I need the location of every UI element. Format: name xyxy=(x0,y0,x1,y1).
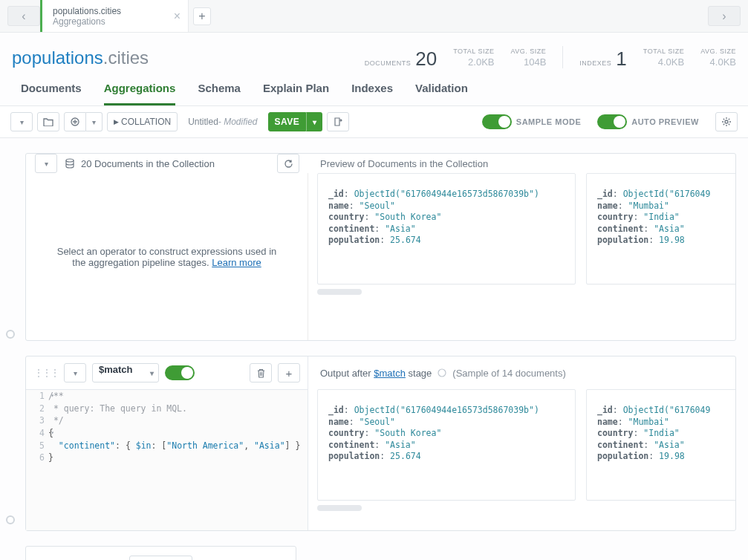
indexes-label: INDEXES xyxy=(579,59,611,67)
collation-label: COLLATION xyxy=(121,117,171,127)
svg-point-1 xyxy=(725,120,728,123)
chevron-down-icon: ▾ xyxy=(20,118,24,126)
source-panel: ▾ 20 Documents in the Collection Preview… xyxy=(25,153,736,341)
learn-more-link[interactable]: Learn more xyxy=(212,257,261,268)
stage-panel: ⋮⋮⋮ ▾ $match + 1▾/**2 * query: The query… xyxy=(25,356,736,531)
scrollbar[interactable] xyxy=(317,505,362,511)
coll-name: .cities xyxy=(103,48,149,68)
sample-count: (Sample of 14 documents) xyxy=(452,368,565,379)
idx-total-size-label: TOTAL SIZE xyxy=(643,48,684,55)
new-pipeline-button[interactable] xyxy=(64,112,86,131)
document-card: _id: ObjectId("617604944e16573d5867039b"… xyxy=(317,173,576,284)
close-tab-icon[interactable]: × xyxy=(174,10,181,23)
idx-avg-size-label: AVG. SIZE xyxy=(700,48,736,55)
new-tab-button[interactable]: + xyxy=(193,7,211,25)
indexes-count: 1 xyxy=(616,49,626,68)
svg-point-3 xyxy=(438,369,446,377)
auto-preview-label: AUTO PREVIEW xyxy=(631,117,699,126)
refresh-icon xyxy=(284,159,293,169)
tab-aggregations[interactable]: Aggregations xyxy=(104,82,176,105)
tab-explain-plan[interactable]: Explain Plan xyxy=(263,82,329,105)
play-icon: ▶ xyxy=(114,118,119,126)
document-card: _id: ObjectId("6176049name: "Mumbai"coun… xyxy=(586,389,735,501)
drag-handle-icon[interactable]: ⋮⋮⋮ xyxy=(33,367,58,379)
scrollbar[interactable] xyxy=(317,289,362,295)
idx-total-size-value: 4.0KB xyxy=(658,56,684,68)
add-stage-button[interactable]: ADD STAGE xyxy=(129,556,192,560)
tab-validation[interactable]: Validation xyxy=(415,82,468,105)
stage-operator-select[interactable]: $match xyxy=(92,363,159,382)
pipeline-node-icon xyxy=(6,515,15,524)
plus-icon: + xyxy=(198,10,205,23)
operator-hint: Select an operator to construct expressi… xyxy=(26,173,308,340)
source-count-text: 20 Documents in the Collection xyxy=(81,158,215,169)
tab-namespace: populations.cities xyxy=(53,6,158,16)
chevron-left-icon: ‹ xyxy=(22,10,25,23)
new-pipeline-dropdown[interactable]: ▾ xyxy=(86,112,103,131)
plus-icon: + xyxy=(286,367,293,380)
collection-tab[interactable]: populations.cities Aggregations × xyxy=(40,0,189,32)
namespace-title: populations.cities xyxy=(12,48,149,68)
save-dropdown[interactable]: ▾ xyxy=(306,112,322,131)
stage-editor[interactable]: 1▾/**2 * query: The query in MQL.3 */4▾{… xyxy=(26,389,308,530)
add-stage-after-button[interactable]: + xyxy=(278,363,300,382)
documents-count: 20 xyxy=(415,49,437,68)
document-card: _id: ObjectId("6176049name: "Mumbai"coun… xyxy=(586,173,735,284)
open-pipeline-button[interactable] xyxy=(37,112,59,131)
gear-icon xyxy=(721,117,732,127)
chevron-down-icon: ▾ xyxy=(74,369,77,377)
delete-stage-button[interactable] xyxy=(250,363,272,382)
auto-preview-toggle[interactable] xyxy=(597,114,627,129)
chevron-down-icon: ▾ xyxy=(92,118,96,126)
tab-documents[interactable]: Documents xyxy=(21,82,82,105)
document-card: _id: ObjectId("617604944e16573d5867039b"… xyxy=(317,389,576,501)
idx-avg-size-value: 4.0KB xyxy=(710,56,736,68)
svg-point-2 xyxy=(66,159,74,162)
total-size-value: 2.0KB xyxy=(468,56,494,68)
stage-link[interactable]: $match xyxy=(374,368,406,379)
tab-section: Aggregations xyxy=(53,16,158,27)
save-button-group: SAVE ▾ xyxy=(268,112,323,131)
db-name: populations xyxy=(12,48,103,68)
export-pipeline-button[interactable] xyxy=(327,112,349,131)
pipeline-node-icon xyxy=(6,330,15,339)
sample-mode-label: SAMPLE MODE xyxy=(516,117,581,126)
chevron-down-icon: ▾ xyxy=(45,160,48,168)
documents-label: DOCUMENTS xyxy=(365,59,412,67)
collation-button[interactable]: ▶ COLLATION xyxy=(107,112,178,131)
add-stage-panel: ADD STAGE xyxy=(25,546,296,560)
pipeline-name: Untitled- Modified xyxy=(182,117,263,127)
tab-indexes[interactable]: Indexes xyxy=(351,82,393,105)
stage-enabled-toggle[interactable] xyxy=(165,365,195,380)
chevron-right-icon: › xyxy=(722,10,726,23)
sample-mode-toggle[interactable] xyxy=(482,114,512,129)
refresh-source-button[interactable] xyxy=(277,154,299,173)
trash-icon xyxy=(257,368,265,378)
settings-button[interactable] xyxy=(715,112,738,131)
avg-size-value: 104B xyxy=(524,56,546,68)
output-label: Output after $match stage xyxy=(320,368,432,379)
total-size-label: TOTAL SIZE xyxy=(453,48,494,55)
folder-icon xyxy=(43,117,53,126)
nav-back-button[interactable]: ‹ xyxy=(7,6,40,26)
collection-metrics: DOCUMENTS 20 TOTAL SIZE 2.0KB AVG. SIZE … xyxy=(365,46,736,68)
database-icon xyxy=(65,158,75,169)
chevron-down-icon: ▾ xyxy=(313,118,317,126)
collapse-stage-button[interactable]: ▾ xyxy=(64,363,86,382)
nav-forward-button[interactable]: › xyxy=(708,6,741,26)
pipeline-menu-button[interactable]: ▾ xyxy=(10,112,33,131)
export-icon xyxy=(333,117,343,127)
new-pipeline-button-group: ▾ xyxy=(64,112,103,131)
avg-size-label: AVG. SIZE xyxy=(510,48,546,55)
info-icon xyxy=(438,368,446,377)
plus-circle-icon xyxy=(71,117,79,126)
collapse-source-button[interactable]: ▾ xyxy=(35,154,57,173)
preview-label: Preview of Documents in the Collection xyxy=(320,158,488,169)
tab-schema[interactable]: Schema xyxy=(198,82,241,105)
save-button[interactable]: SAVE xyxy=(268,112,307,131)
